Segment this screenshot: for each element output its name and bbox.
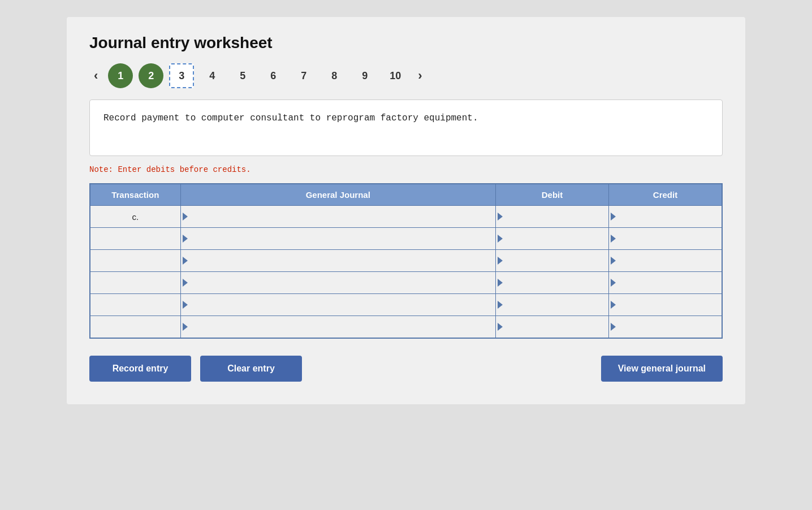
header-debit: Debit (496, 184, 609, 206)
triangle-icon (183, 257, 188, 265)
credit-input-1[interactable] (616, 228, 722, 249)
triangle-icon (183, 235, 188, 243)
buttons-row: Record entry Clear entry View general jo… (89, 356, 723, 382)
credit-cell-4[interactable] (609, 294, 723, 316)
page-8-button[interactable]: 8 (322, 63, 347, 88)
debit-cell-0[interactable] (496, 206, 609, 228)
table-row: c. (90, 206, 722, 228)
transaction-cell-1 (90, 228, 180, 250)
record-entry-button[interactable]: Record entry (89, 356, 191, 382)
page-5-button[interactable]: 5 (230, 63, 255, 88)
triangle-icon (498, 279, 503, 287)
page-4-button[interactable]: 4 (200, 63, 224, 88)
journal-table: Transaction General Journal Debit Credit… (89, 183, 723, 339)
triangle-icon (183, 323, 188, 331)
debit-cell-1[interactable] (496, 228, 609, 250)
general-journal-input-4[interactable] (188, 294, 496, 315)
credit-input-2[interactable] (616, 250, 722, 271)
page-title: Journal entry worksheet (89, 34, 723, 52)
general-journal-input-2[interactable] (188, 250, 496, 271)
credit-cell-2[interactable] (609, 250, 723, 272)
header-general-journal: General Journal (180, 184, 496, 206)
triangle-icon (183, 301, 188, 309)
page-7-button[interactable]: 7 (291, 63, 316, 88)
debit-cell-2[interactable] (496, 250, 609, 272)
debit-input-3[interactable] (503, 272, 608, 293)
triangle-icon (498, 301, 503, 309)
triangle-icon (183, 213, 188, 221)
general-journal-input-0[interactable] (188, 206, 496, 227)
general-journal-cell-1[interactable] (180, 228, 496, 250)
credit-input-0[interactable] (616, 206, 722, 227)
general-journal-cell-4[interactable] (180, 294, 496, 316)
table-row (90, 316, 722, 339)
debit-cell-5[interactable] (496, 316, 609, 339)
triangle-icon (611, 213, 616, 221)
general-journal-input-3[interactable] (188, 272, 496, 293)
credit-input-4[interactable] (616, 294, 722, 315)
general-journal-cell-5[interactable] (180, 316, 496, 339)
next-page-button[interactable]: › (413, 66, 426, 85)
pagination: ‹ 1 2 3 4 5 6 7 8 9 10 › (89, 63, 723, 88)
transaction-cell-2 (90, 250, 180, 272)
triangle-icon (498, 235, 503, 243)
credit-input-3[interactable] (616, 272, 722, 293)
page-9-button[interactable]: 9 (352, 63, 377, 88)
triangle-icon (611, 301, 616, 309)
page-6-button[interactable]: 6 (261, 63, 286, 88)
general-journal-input-5[interactable] (188, 316, 496, 338)
debit-input-4[interactable] (503, 294, 608, 315)
table-row (90, 228, 722, 250)
credit-cell-5[interactable] (609, 316, 723, 339)
triangle-icon (611, 279, 616, 287)
instruction-text: Record payment to computer consultant to… (103, 111, 709, 125)
general-journal-input-1[interactable] (188, 228, 496, 249)
main-container: Journal entry worksheet ‹ 1 2 3 4 5 6 7 … (67, 17, 745, 404)
debit-cell-3[interactable] (496, 272, 609, 294)
header-transaction: Transaction (90, 184, 180, 206)
debit-input-0[interactable] (503, 206, 608, 227)
general-journal-cell-3[interactable] (180, 272, 496, 294)
header-credit: Credit (609, 184, 723, 206)
triangle-icon (611, 323, 616, 331)
transaction-cell-0: c. (90, 206, 180, 228)
table-row (90, 250, 722, 272)
debit-input-1[interactable] (503, 228, 608, 249)
credit-cell-0[interactable] (609, 206, 723, 228)
page-2-button[interactable]: 2 (139, 63, 163, 88)
transaction-cell-4 (90, 294, 180, 316)
triangle-icon (183, 279, 188, 287)
triangle-icon (611, 235, 616, 243)
triangle-icon (611, 257, 616, 265)
triangle-icon (498, 213, 503, 221)
triangle-icon (498, 323, 503, 331)
table-row (90, 272, 722, 294)
debit-cell-4[interactable] (496, 294, 609, 316)
credit-cell-1[interactable] (609, 228, 723, 250)
credit-cell-3[interactable] (609, 272, 723, 294)
view-general-journal-button[interactable]: View general journal (601, 356, 723, 382)
page-3-button[interactable]: 3 (169, 63, 194, 88)
transaction-cell-3 (90, 272, 180, 294)
page-1-button[interactable]: 1 (108, 63, 133, 88)
note-text: Note: Enter debits before credits. (89, 165, 723, 174)
page-10-button[interactable]: 10 (383, 63, 408, 88)
debit-input-2[interactable] (503, 250, 608, 271)
transaction-cell-5 (90, 316, 180, 339)
credit-input-5[interactable] (616, 316, 722, 338)
instruction-box: Record payment to computer consultant to… (89, 100, 723, 156)
clear-entry-button[interactable]: Clear entry (200, 356, 302, 382)
general-journal-cell-0[interactable] (180, 206, 496, 228)
debit-input-5[interactable] (503, 316, 608, 338)
prev-page-button[interactable]: ‹ (89, 66, 102, 85)
general-journal-cell-2[interactable] (180, 250, 496, 272)
table-row (90, 294, 722, 316)
triangle-icon (498, 257, 503, 265)
